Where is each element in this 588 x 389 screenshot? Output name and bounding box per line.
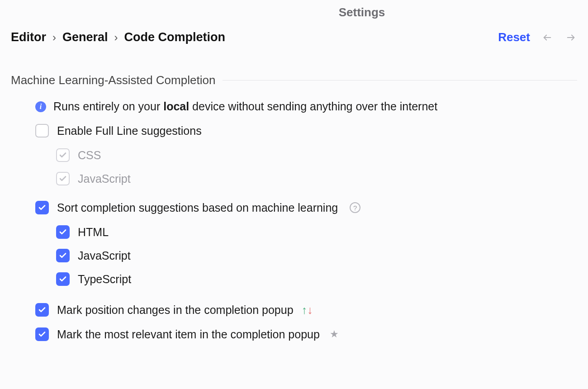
breadcrumb-item-code-completion[interactable]: Code Completion xyxy=(124,30,226,44)
enable-full-line-checkbox[interactable] xyxy=(35,124,49,138)
section-divider xyxy=(223,80,577,81)
breadcrumb-separator: › xyxy=(114,31,118,44)
sort-ml-js-label: JavaScript xyxy=(78,249,131,262)
star-icon: ★ xyxy=(330,328,339,340)
breadcrumb-item-editor[interactable]: Editor xyxy=(11,30,46,44)
info-text: Runs entirely on your local device witho… xyxy=(53,100,437,113)
sort-ml-ts-label: TypeScript xyxy=(78,273,131,286)
sort-ml-checkbox[interactable] xyxy=(35,201,49,214)
sort-ml-ts-checkbox[interactable] xyxy=(56,272,70,286)
mark-position-label: Mark position changes in the completion … xyxy=(57,304,294,317)
sort-ml-label: Sort completion suggestions based on mac… xyxy=(57,201,338,214)
sort-ml-js-checkbox[interactable] xyxy=(56,249,70,262)
page-title: Settings xyxy=(339,5,385,19)
info-icon: i xyxy=(35,101,46,112)
sort-ml-html-label: HTML xyxy=(78,226,109,239)
nav-forward-icon[interactable] xyxy=(564,31,577,44)
section-title: Machine Learning-Assisted Completion xyxy=(11,73,215,87)
full-line-js-checkbox xyxy=(56,172,70,185)
breadcrumb-separator: › xyxy=(52,31,56,44)
mark-position-checkbox[interactable] xyxy=(35,303,49,317)
full-line-js-label: JavaScript xyxy=(78,172,131,185)
reset-button[interactable]: Reset xyxy=(498,30,530,44)
breadcrumb: Editor › General › Code Completion xyxy=(11,30,225,44)
up-down-arrows-icon: ↑↓ xyxy=(302,304,313,317)
mark-relevant-label: Mark the most relevant item in the compl… xyxy=(57,328,320,341)
help-icon[interactable]: ? xyxy=(350,202,360,213)
enable-full-line-label: Enable Full Line suggestions xyxy=(57,124,202,138)
breadcrumb-item-general[interactable]: General xyxy=(62,30,108,44)
nav-back-icon[interactable] xyxy=(541,31,554,44)
full-line-css-checkbox xyxy=(56,148,70,162)
mark-relevant-checkbox[interactable] xyxy=(35,327,49,341)
sort-ml-html-checkbox[interactable] xyxy=(56,225,70,239)
full-line-css-label: CSS xyxy=(78,149,101,162)
